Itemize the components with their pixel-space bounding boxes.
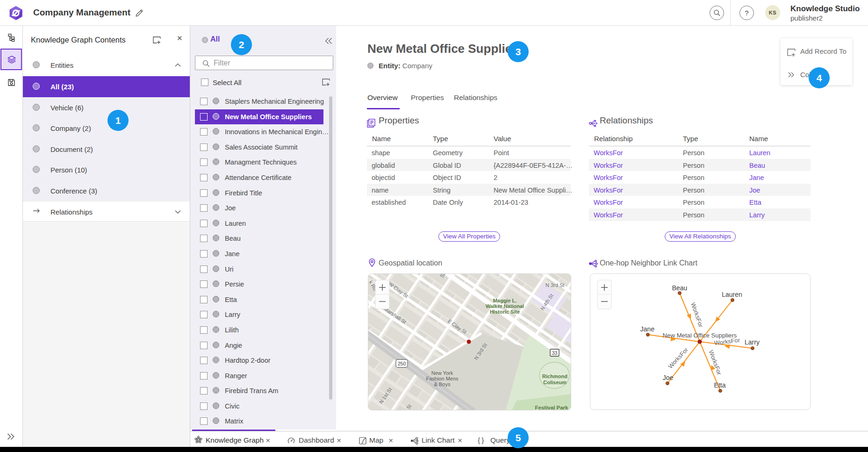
svg-text:Maggie L.: Maggie L. [493,298,517,303]
svg-text:Lauren: Lauren [722,291,742,298]
svg-text:Walker National: Walker National [486,303,524,309]
svg-text:Joe: Joe [663,374,674,381]
svg-text:250: 250 [398,361,406,366]
svg-text:33: 33 [552,350,558,356]
svg-text:Etta: Etta [714,381,726,389]
svg-text:Coliseum: Coliseum [543,380,567,385]
svg-text:Richmond: Richmond [542,373,567,379]
svg-text:N 3rd St: N 3rd St [545,282,564,288]
svg-text:Fashion Mens: Fashion Mens [426,376,459,381]
svg-text:Historic Site: Historic Site [490,309,520,315]
svg-text:Beau: Beau [672,284,688,292]
svg-text:& Boys: & Boys [434,381,451,387]
svg-text:Festival Park: Festival Park [535,405,569,410]
svg-text:Larry: Larry [745,338,760,346]
svg-text:Jane: Jane [640,325,655,333]
svg-text:New York: New York [431,370,453,376]
